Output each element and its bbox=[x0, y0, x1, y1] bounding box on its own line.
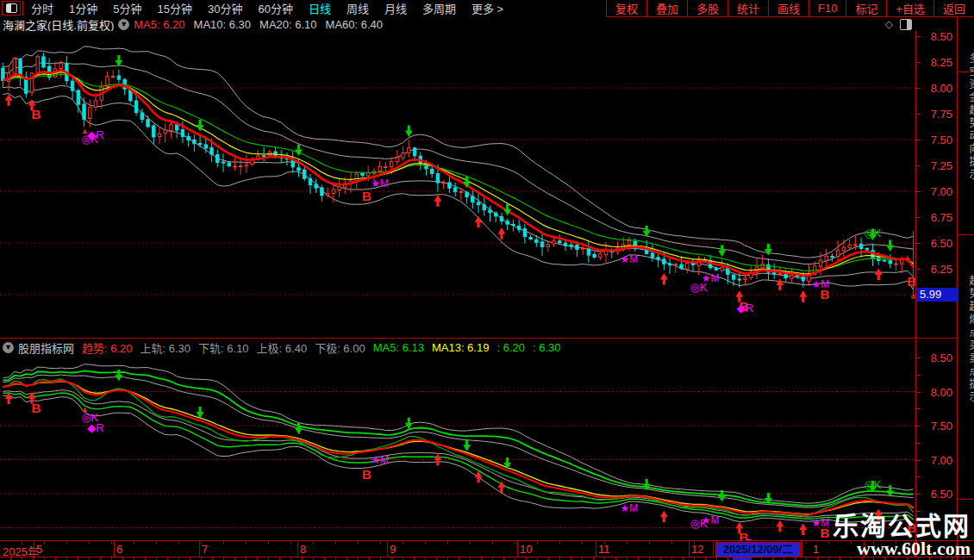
watermark-cn: 乐淘公式网 bbox=[833, 513, 971, 539]
candle-body bbox=[663, 259, 665, 264]
lower-panel-lower bbox=[3, 390, 913, 517]
candle-body bbox=[802, 277, 804, 281]
m-signal-label: ★M bbox=[702, 514, 720, 526]
candle-body bbox=[465, 192, 468, 196]
candle-body bbox=[42, 57, 45, 67]
period-tab-9[interactable]: 月线 bbox=[377, 0, 415, 16]
sell-arrow-icon bbox=[463, 439, 471, 451]
layout-split-icon[interactable] bbox=[2, 1, 21, 16]
candle-body bbox=[117, 76, 120, 79]
period-tab-8[interactable]: 周线 bbox=[339, 0, 377, 16]
candle-body bbox=[77, 90, 79, 104]
candle-body bbox=[140, 113, 143, 120]
circle-chevron-down-icon[interactable]: ▼ bbox=[3, 342, 14, 353]
candle-body bbox=[153, 126, 155, 137]
stock-title: 海澜之家(日线.前复权) bbox=[3, 16, 114, 33]
candle-body bbox=[111, 76, 114, 77]
sell-arrow-icon bbox=[197, 407, 204, 419]
panel-tab-lower-label[interactable]: 趋势起爆点买卖点提示 bbox=[966, 275, 974, 404]
period-tab-7[interactable]: 日线 bbox=[301, 0, 339, 16]
price-tick-label: 7.00 bbox=[931, 453, 952, 466]
candle-body bbox=[559, 241, 561, 243]
period-tab-2[interactable]: 1分钟 bbox=[61, 0, 105, 16]
month-label: 6 bbox=[116, 543, 122, 556]
candle-body bbox=[657, 258, 659, 259]
candle-body bbox=[680, 264, 683, 268]
candle-body bbox=[576, 245, 578, 249]
month-separator bbox=[689, 541, 690, 557]
m-signal-label: ★M bbox=[371, 454, 389, 466]
action-button-9[interactable]: 返回 bbox=[933, 0, 974, 16]
sell-arrow-icon bbox=[115, 55, 122, 67]
diamond-icon[interactable]: ◇ bbox=[885, 18, 893, 30]
candle-body bbox=[204, 145, 207, 148]
period-tab-4[interactable]: 15分钟 bbox=[149, 0, 199, 16]
candle-body bbox=[564, 243, 566, 246]
axis-bottom-border bbox=[0, 557, 974, 557]
indicator-value-label: 趋势: 6.20 bbox=[82, 339, 133, 356]
candle-body bbox=[390, 162, 392, 167]
action-button-5[interactable]: 画线 bbox=[768, 0, 809, 16]
action-button-7[interactable]: 标记 bbox=[846, 0, 886, 16]
candle-body bbox=[216, 155, 219, 163]
candle-body bbox=[94, 101, 97, 108]
candle-body bbox=[553, 241, 555, 244]
action-button-8[interactable]: +自选 bbox=[886, 0, 933, 16]
buy-arrow-icon bbox=[875, 268, 883, 280]
candle-body bbox=[222, 162, 224, 163]
period-tab-3[interactable]: 5分钟 bbox=[105, 0, 149, 16]
month-label: 5 bbox=[36, 543, 42, 556]
buy-arrow-icon bbox=[776, 520, 784, 532]
candle-body bbox=[187, 136, 190, 140]
action-button-2[interactable]: 叠加 bbox=[646, 0, 687, 16]
month-separator bbox=[517, 541, 518, 557]
candle-body bbox=[854, 245, 857, 246]
main-candlestick-chart[interactable]: B▲◎K◆RB★M★M◎K★MB◆R★MB◎KB bbox=[0, 31, 916, 338]
candle-body bbox=[413, 148, 415, 156]
ma-value-label: MA20: 6.10 bbox=[259, 18, 317, 31]
action-button-6[interactable]: F10 bbox=[809, 0, 846, 16]
period-tab-6[interactable]: 60分钟 bbox=[250, 0, 300, 16]
candle-body bbox=[581, 248, 584, 249]
period-tab-11[interactable]: 更多 > bbox=[464, 0, 511, 16]
period-tab-10[interactable]: 多周期 bbox=[415, 0, 464, 16]
action-button-4[interactable]: 统计 bbox=[727, 0, 768, 16]
candle-body bbox=[778, 273, 781, 274]
indicator-value-label: : 6.30 bbox=[533, 341, 561, 354]
right-edge-panel-tab[interactable]: 多空资金趋势动向提示 趋势起爆点买卖点提示 bbox=[958, 16, 974, 560]
period-tabs: 分时1分钟5分钟15分钟30分钟60分钟日线周线月线多周期更多 > bbox=[0, 0, 606, 16]
candle-body bbox=[686, 263, 689, 269]
candle-body bbox=[459, 191, 462, 192]
candle-body bbox=[836, 250, 839, 256]
month-separator bbox=[802, 541, 802, 557]
candle-body bbox=[848, 245, 851, 247]
candle-body bbox=[442, 183, 445, 184]
ma5-indicator-line bbox=[3, 379, 913, 516]
candle-body bbox=[234, 166, 236, 167]
candle-body bbox=[831, 257, 834, 258]
sell-arrow-icon bbox=[718, 245, 726, 257]
candle-body bbox=[883, 260, 885, 261]
circle-chevron-down-icon[interactable]: ▼ bbox=[118, 19, 129, 30]
candle-body bbox=[164, 130, 166, 133]
month-label: 10 bbox=[520, 543, 532, 556]
lower-panel-upper-ext bbox=[3, 364, 913, 503]
price-tick-mark bbox=[916, 392, 921, 393]
candle-body bbox=[540, 242, 543, 246]
period-tab-5[interactable]: 30分钟 bbox=[200, 0, 250, 16]
action-button-1[interactable]: 复权 bbox=[606, 0, 646, 16]
ma-value-label: MA5: 6.20 bbox=[134, 18, 184, 31]
b-signal-label: B bbox=[362, 467, 371, 482]
indicator-sub-chart[interactable]: B▲◎K◆RB★M★M◎K★MB◆R★MB◎KB bbox=[0, 338, 916, 540]
candle-body bbox=[825, 256, 827, 260]
candle-body bbox=[715, 268, 717, 270]
pane-toggle-icon[interactable] bbox=[900, 19, 912, 30]
month-label: 9 bbox=[390, 543, 396, 556]
candle-body bbox=[529, 237, 532, 239]
price-tick-label: 6.50 bbox=[931, 488, 952, 501]
candle-body bbox=[378, 167, 381, 171]
title-corner-icons: ◇ bbox=[885, 18, 912, 30]
period-tab-1[interactable]: 分时 bbox=[23, 0, 61, 16]
candle-body bbox=[593, 254, 596, 257]
action-button-3[interactable]: 多股 bbox=[687, 0, 727, 16]
